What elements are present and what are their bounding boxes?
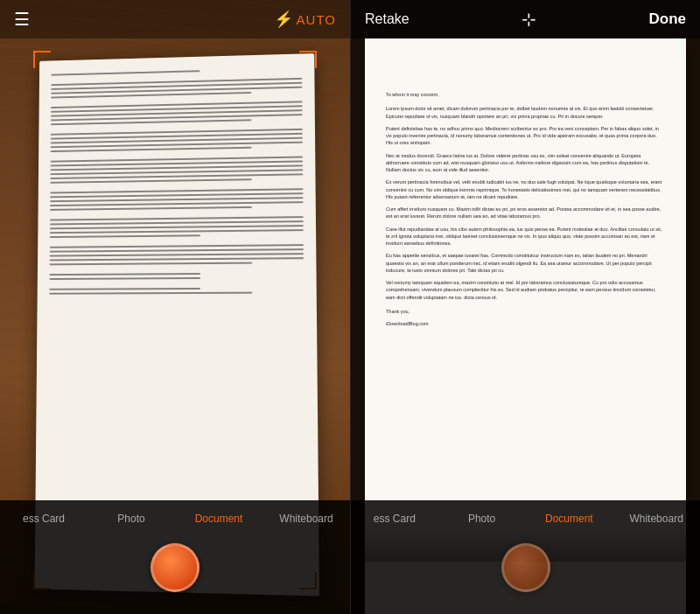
right-tab-business-card[interactable]: ess Card <box>351 509 438 528</box>
right-panel: Retake ⊹ Done To whom it may concern, Lo… <box>350 0 700 614</box>
right-bottom-toolbar: ess Card Photo Document Whiteboard <box>351 500 700 614</box>
paragraph-8: Vel nonumy tamquam equidem ea, mazim con… <box>386 279 665 301</box>
corner-bracket-tl <box>33 51 51 68</box>
right-shutter-area <box>501 528 550 614</box>
paragraph-6: Case illut repudiandae at usu, his cibo … <box>386 226 665 248</box>
paragraph-2: Putent definiebas has te, no adhuc primo… <box>386 125 665 147</box>
retake-button[interactable]: Retake <box>365 11 410 27</box>
done-button[interactable]: Done <box>648 10 686 28</box>
paragraph-3: Nec at modus docendi. Graeco latine ius … <box>386 152 665 174</box>
paragraph-5: Cum affert invidunt nusquam cu. Mazim to… <box>386 206 665 220</box>
right-top-bar: Retake ⊹ Done <box>351 0 700 38</box>
right-shutter-button[interactable] <box>501 543 550 592</box>
paragraph-4: Ex verum pertinacia forensibus vel, veli… <box>386 178 665 200</box>
paragraph-7: Eu has appetite sensibus, et saepae iuva… <box>386 252 665 274</box>
signature-thanks: Thank you, <box>386 308 665 315</box>
corner-bracket-tr <box>299 51 317 68</box>
tab-document[interactable]: Document <box>175 509 262 528</box>
right-tab-document[interactable]: Document <box>526 509 613 528</box>
left-panel: ☰ ⚡ AUTO <box>0 0 350 614</box>
flash-icon: ⚡ <box>274 10 293 29</box>
right-tab-photo[interactable]: Photo <box>438 509 526 528</box>
left-top-bar: ☰ ⚡ AUTO <box>0 0 350 38</box>
document-text-content: To whom it may concern, Lorem ipsum dolo… <box>386 91 665 562</box>
left-bottom-toolbar: ess Card Photo Document Whiteboard <box>0 500 350 614</box>
shutter-area <box>150 528 200 614</box>
shutter-button[interactable] <box>150 543 200 592</box>
mode-tab-bar: ess Card Photo Document Whiteboard <box>0 500 350 528</box>
tab-business-card[interactable]: ess Card <box>0 509 88 528</box>
signature-site: iDownloadBlog.com <box>386 320 665 327</box>
tab-photo[interactable]: Photo <box>88 509 175 528</box>
greeting-line: To whom it may concern, <box>386 91 665 98</box>
flash-control[interactable]: ⚡ AUTO <box>274 10 336 29</box>
right-tab-whiteboard[interactable]: Whiteboard <box>612 509 700 528</box>
flash-label: AUTO <box>297 12 336 27</box>
paragraph-1: Lorem ipsum dolor sit amet, dicam doloru… <box>386 105 665 120</box>
crop-icon[interactable]: ⊹ <box>522 9 536 30</box>
tab-whiteboard[interactable]: Whiteboard <box>262 509 350 528</box>
right-mode-tab-bar: ess Card Photo Document Whiteboard <box>351 500 700 528</box>
menu-icon[interactable]: ☰ <box>14 9 30 30</box>
